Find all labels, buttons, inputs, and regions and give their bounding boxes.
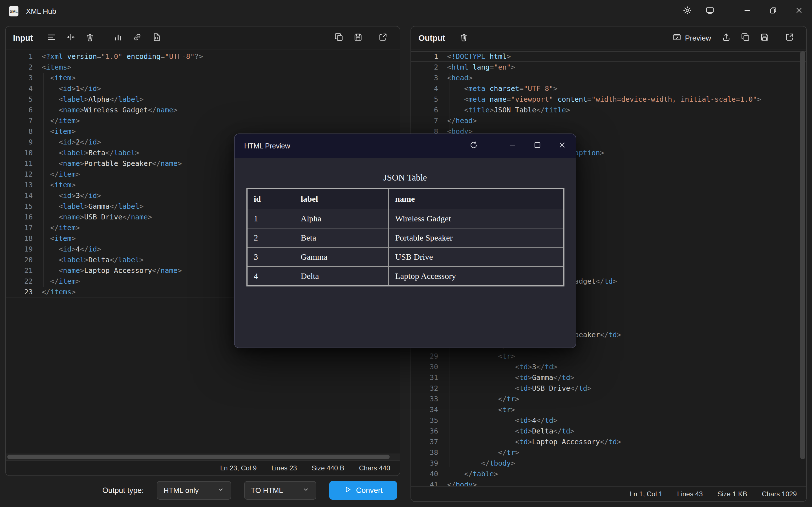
link-icon — [133, 33, 142, 44]
char-count: Chars 1029 — [762, 490, 797, 498]
close-button[interactable] — [786, 0, 812, 22]
code-line[interactable]: 31 <td>Gamma</td> — [411, 372, 806, 383]
indent-guide — [43, 73, 44, 287]
line-number: 4 — [411, 83, 438, 94]
app-icon: XML — [7, 5, 20, 18]
clear-input-button[interactable] — [82, 30, 98, 47]
chevron-down-icon — [302, 486, 310, 495]
output-toolbar: Output Preview — [411, 26, 806, 50]
code-line[interactable]: 2<items> — [6, 62, 400, 73]
code-line[interactable]: 29 <tr> — [411, 351, 806, 362]
minify-icon — [66, 33, 75, 44]
share-output-button[interactable] — [718, 30, 735, 47]
html-preview-modal: HTML Preview JSON Table idlabelname 1Alp… — [234, 133, 576, 348]
chart-bars-icon — [114, 33, 123, 44]
code-line[interactable]: 5 <meta name="viewport" content="width=d… — [411, 94, 806, 105]
code-line[interactable]: 2<html lang="en"> — [411, 62, 806, 73]
input-statusbar: Ln 23, Col 9 Lines 23 Size 440 B Chars 4… — [6, 460, 400, 475]
code-line[interactable]: 39 </tbody> — [411, 458, 806, 469]
code-line[interactable]: 38 </tr> — [411, 447, 806, 458]
save-input-button[interactable] — [350, 30, 366, 47]
scrollbar-thumb[interactable] — [7, 455, 390, 459]
modal-close-button[interactable] — [550, 134, 574, 158]
minify-button[interactable] — [62, 30, 79, 47]
code-line[interactable]: 1<?xml version="1.0" encoding="UTF-8"?> — [6, 51, 400, 62]
code-line[interactable]: 1<!DOCTYPE html> — [411, 51, 806, 62]
minimize-button[interactable] — [734, 0, 760, 22]
expand-output-button[interactable] — [781, 30, 798, 47]
input-panel-title: Input — [13, 34, 33, 43]
line-number: 34 — [411, 404, 438, 415]
code-line[interactable]: 4 <id>1</id> — [6, 83, 400, 94]
code-line[interactable]: 35 <td>4</td> — [411, 415, 806, 426]
copy-output-button[interactable] — [737, 30, 754, 47]
code-line[interactable]: 3 <item> — [6, 73, 400, 83]
input-horizontal-scrollbar[interactable] — [6, 453, 400, 460]
svg-text:XML: XML — [10, 10, 18, 14]
line-number: 11 — [6, 158, 33, 169]
close-icon — [558, 141, 566, 151]
conversion-mode-select[interactable]: TO HTML — [244, 481, 316, 500]
line-count: Lines 43 — [677, 490, 703, 498]
code-line[interactable]: 6 <name>Wireless Gadget</name> — [6, 105, 400, 115]
code-line[interactable]: 30 <td>3</td> — [411, 362, 806, 372]
line-number: 2 — [411, 62, 438, 73]
display-mode-button[interactable] — [699, 0, 721, 22]
conversion-mode-value: TO HTML — [251, 486, 283, 495]
preview-icon — [673, 33, 681, 43]
clear-output-button[interactable] — [455, 30, 472, 47]
save-output-button[interactable] — [756, 30, 773, 47]
stats-button[interactable] — [110, 30, 126, 47]
copy-input-button[interactable] — [331, 30, 347, 47]
preview-table-body: 1AlphaWireless Gadget2BetaPortable Speak… — [247, 209, 564, 286]
play-icon — [344, 486, 352, 496]
code-line[interactable]: 33 </tr> — [411, 394, 806, 404]
maximize-restore-button[interactable] — [760, 0, 786, 22]
code-line[interactable]: 32 <td>USB Drive</td> — [411, 383, 806, 394]
line-number: 5 — [6, 94, 33, 105]
preview-table-cell: 4 — [247, 267, 294, 286]
copy-icon — [335, 33, 343, 44]
window-titlebar: XML XML Hub — [0, 0, 812, 22]
code-line[interactable]: 5 <label>Alpha</label> — [6, 94, 400, 105]
preview-table-cell: Portable Speaker — [389, 228, 564, 247]
code-line[interactable]: 6 <title>JSON Table</title> — [411, 105, 806, 115]
minimize-icon — [743, 6, 751, 17]
code-line[interactable]: 34 <tr> — [411, 404, 806, 415]
expand-icon — [785, 33, 794, 44]
code-line[interactable]: 7 </item> — [6, 115, 400, 126]
load-file-button[interactable] — [148, 30, 165, 47]
link-button[interactable] — [129, 30, 146, 47]
line-number: 38 — [411, 447, 438, 458]
settings-button[interactable] — [676, 0, 699, 22]
line-number: 30 — [411, 362, 438, 372]
modal-minimize-button[interactable] — [500, 134, 525, 158]
expand-input-button[interactable] — [374, 30, 391, 47]
code-line[interactable]: 40 </table> — [411, 469, 806, 480]
preview-button[interactable]: Preview — [667, 30, 717, 47]
code-line[interactable]: 41</body> — [411, 480, 806, 486]
line-number: 14 — [6, 190, 33, 201]
line-number: 31 — [411, 372, 438, 383]
modal-refresh-button[interactable] — [463, 134, 485, 158]
code-line[interactable]: 7</head> — [411, 115, 806, 126]
scrollbar-thumb[interactable] — [800, 51, 805, 459]
output-statusbar: Ln 1, Col 1 Lines 43 Size 1 KB Chars 102… — [411, 486, 806, 501]
code-line[interactable]: 36 <td>Delta</td> — [411, 426, 806, 437]
modal-titlebar: HTML Preview — [235, 134, 576, 158]
code-line[interactable]: 3<head> — [411, 73, 806, 83]
convert-button[interactable]: Convert — [329, 481, 397, 500]
format-button[interactable] — [43, 30, 60, 47]
preview-table-head: idlabelname — [247, 188, 564, 209]
convert-button-label: Convert — [356, 486, 383, 495]
output-format-select[interactable]: HTML only — [157, 481, 231, 500]
line-number: 7 — [411, 115, 438, 126]
code-line[interactable]: 37 <td>Laptop Accessory</td> — [411, 437, 806, 447]
code-line[interactable]: 4 <meta charset="UTF-8"> — [411, 83, 806, 94]
output-vertical-scrollbar[interactable] — [800, 51, 805, 485]
table-row: idlabelname — [247, 188, 564, 209]
table-row: 2BetaPortable Speaker — [247, 228, 564, 247]
modal-maximize-button[interactable] — [525, 134, 550, 158]
close-icon — [795, 6, 803, 17]
line-number: 16 — [6, 212, 33, 223]
